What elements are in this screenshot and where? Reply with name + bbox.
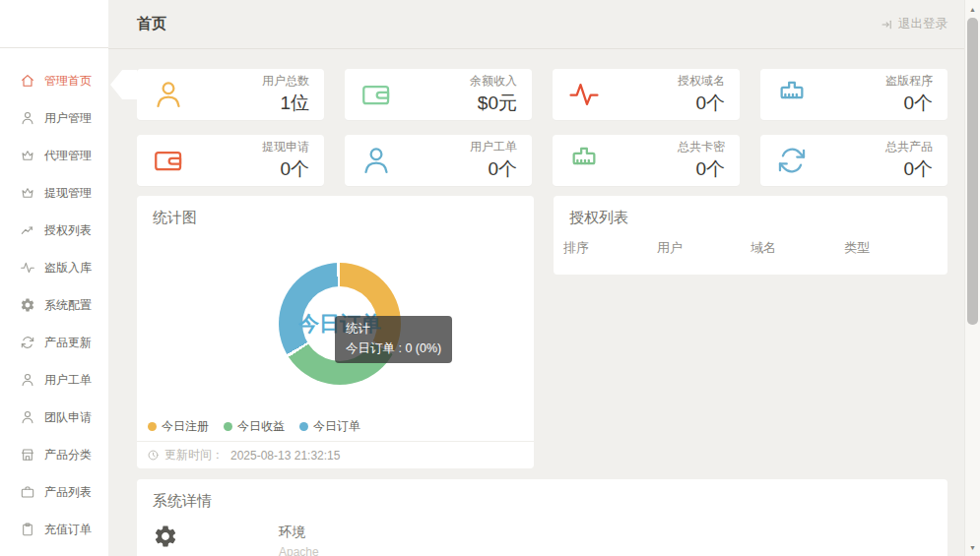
stat-card-meta: 余额收入$0元 xyxy=(470,73,517,116)
stat-card-value: 0个 xyxy=(885,91,933,116)
sidebar-item-label: 团队申请 xyxy=(44,409,92,426)
system-env-value: Apache xyxy=(279,545,319,556)
stat-card-balance-income: 余额收入$0元 xyxy=(345,69,532,120)
stat-card-value: 0个 xyxy=(262,156,309,182)
system-env-label: 环境 xyxy=(279,524,319,541)
sidebar-item-label: 充值订单 xyxy=(44,522,92,538)
scroll-up-arrow[interactable]: ▲ xyxy=(965,1,980,17)
refresh-icon xyxy=(20,335,35,350)
stat-card-label: 用户工单 xyxy=(470,139,517,155)
updated-label: 更新时间： xyxy=(164,447,224,463)
pulse-icon xyxy=(20,260,35,276)
legend-item[interactable]: 今日订单 xyxy=(299,418,360,435)
sidebar-item-admin-home[interactable]: 管理首页 xyxy=(0,62,108,99)
stat-card-total-card-keys: 总共卡密0个 xyxy=(553,135,740,186)
chart-footer: 更新时间： 2025-08-13 21:32:15 xyxy=(137,441,534,468)
legend-label: 今日注册 xyxy=(162,418,209,435)
stat-card-meta: 用户工单0个 xyxy=(470,139,517,182)
user-icon xyxy=(152,78,185,111)
sidebar-item-label: 产品列表 xyxy=(44,484,92,501)
system-env-text: 环境 Apache xyxy=(279,524,319,556)
user-icon xyxy=(359,144,393,177)
auth-panel-title: 授权列表 xyxy=(554,196,947,227)
brush-icon xyxy=(775,78,809,111)
clipboard-icon xyxy=(20,522,35,537)
stat-card-meta: 授权域名0个 xyxy=(678,73,725,116)
sidebar-item-product-list[interactable]: 产品列表 xyxy=(0,473,108,511)
stat-card-value: $0元 xyxy=(470,91,517,116)
sidebar-item-auth-list[interactable]: 授权列表 xyxy=(0,212,108,249)
pulse-icon xyxy=(567,78,601,111)
content-area: 用户总数1位余额收入$0元授权域名0个盗版程序0个提现申请0个用户工单0个总共卡… xyxy=(108,49,964,556)
logout-button[interactable]: 退出登录 xyxy=(881,16,947,32)
logout-icon xyxy=(881,18,894,31)
system-panel-title: 系统详情 xyxy=(137,479,947,511)
stat-card-pirate-programs: 盗版程序0个 xyxy=(760,69,947,120)
stat-card-label: 提现申请 xyxy=(262,139,309,155)
legend-dot xyxy=(224,422,232,431)
sidebar-item-label: 盗版入库 xyxy=(44,260,92,277)
trend-icon xyxy=(20,222,35,238)
stat-card-value: 0个 xyxy=(885,156,933,182)
auth-column-header: 用户 xyxy=(657,239,751,257)
sidebar-item-product-category[interactable]: 产品分类 xyxy=(0,436,108,473)
legend-label: 今日订单 xyxy=(313,418,360,435)
panels-row: 统计图 今日订单 统计 今日订单 : 0 (0%) 今日注册今日收益今日订单 更… xyxy=(137,196,947,468)
sidebar: 管理首页用户管理代理管理提现管理授权列表盗版入库系统配置产品更新用户工单团队申请… xyxy=(0,0,108,556)
tooltip-text: 今日订单 : 0 (0%) xyxy=(346,340,441,357)
stat-card-auth-domains: 授权域名0个 xyxy=(553,69,740,120)
user-icon xyxy=(20,409,35,425)
stat-card-user-total: 用户总数1位 xyxy=(137,69,324,120)
legend-item[interactable]: 今日注册 xyxy=(148,418,209,435)
home-icon xyxy=(20,73,35,89)
stat-card-meta: 用户总数1位 xyxy=(262,73,309,116)
stat-card-label: 授权域名 xyxy=(678,73,725,90)
sidebar-item-withdraw-management[interactable]: 提现管理 xyxy=(0,174,108,212)
sidebar-item-piracy-inbound[interactable]: 盗版入库 xyxy=(0,249,108,286)
user-icon xyxy=(20,110,35,126)
auth-column-header: 类型 xyxy=(844,239,938,257)
legend-item[interactable]: 今日收益 xyxy=(224,418,285,435)
scrollbar[interactable]: ▲ ▼ xyxy=(964,0,980,556)
gear-icon xyxy=(153,524,178,549)
sidebar-item-label: 提现管理 xyxy=(44,185,92,202)
sidebar-item-recharge-orders[interactable]: 充值订单 xyxy=(0,511,108,548)
crown-icon xyxy=(20,148,35,163)
sidebar-item-product-update[interactable]: 产品更新 xyxy=(0,324,108,361)
sidebar-item-label: 用户管理 xyxy=(44,110,92,127)
stat-card-label: 用户总数 xyxy=(262,73,309,90)
sidebar-item-label: 用户工单 xyxy=(44,372,92,389)
auth-list-panel: 授权列表 排序用户域名类型 xyxy=(554,196,947,275)
stat-card-value: 0个 xyxy=(470,156,517,182)
chart-panel-title: 统计图 xyxy=(137,196,534,227)
sidebar-logo-area xyxy=(0,0,108,48)
stat-card-meta: 提现申请0个 xyxy=(262,139,309,182)
sidebar-item-label: 产品更新 xyxy=(44,335,92,351)
legend-dot xyxy=(148,422,157,431)
refresh-icon xyxy=(775,144,809,177)
sidebar-item-user-management[interactable]: 用户管理 xyxy=(0,99,108,137)
stat-card-value: 1位 xyxy=(262,91,309,116)
legend-dot xyxy=(299,422,308,431)
auth-column-header: 域名 xyxy=(751,239,844,257)
stat-card-meta: 总共卡密0个 xyxy=(678,139,725,182)
stat-card-meta: 盗版程序0个 xyxy=(885,73,933,116)
sidebar-item-system-config[interactable]: 系统配置 xyxy=(0,286,108,324)
sidebar-item-team-application[interactable]: 团队申请 xyxy=(0,399,108,436)
system-detail-panel: 系统详情 环境 Apache xyxy=(137,479,947,556)
main-area: 首页 退出登录 用户总数1位余额收入$0元授权域名0个盗版程序0个提现申请0个用… xyxy=(108,0,964,556)
sidebar-item-agent-management[interactable]: 代理管理 xyxy=(0,137,108,174)
gear-icon xyxy=(20,297,35,313)
stat-card-label: 总共卡密 xyxy=(678,139,725,155)
wallet-icon xyxy=(152,144,185,177)
scrollbar-thumb[interactable] xyxy=(967,18,978,325)
stat-card-user-tickets: 用户工单0个 xyxy=(345,135,532,186)
stat-card-total-products: 总共产品0个 xyxy=(760,135,947,186)
scroll-down-arrow[interactable]: ▼ xyxy=(965,539,980,555)
sidebar-nav: 管理首页用户管理代理管理提现管理授权列表盗版入库系统配置产品更新用户工单团队申请… xyxy=(0,48,108,548)
sidebar-item-label: 授权列表 xyxy=(44,222,92,239)
chart-legend: 今日注册今日收益今日订单 xyxy=(148,418,360,435)
stat-card-label: 盗版程序 xyxy=(885,73,933,90)
stat-card-withdraw-requests: 提现申请0个 xyxy=(137,135,324,186)
sidebar-item-user-tickets[interactable]: 用户工单 xyxy=(0,361,108,399)
